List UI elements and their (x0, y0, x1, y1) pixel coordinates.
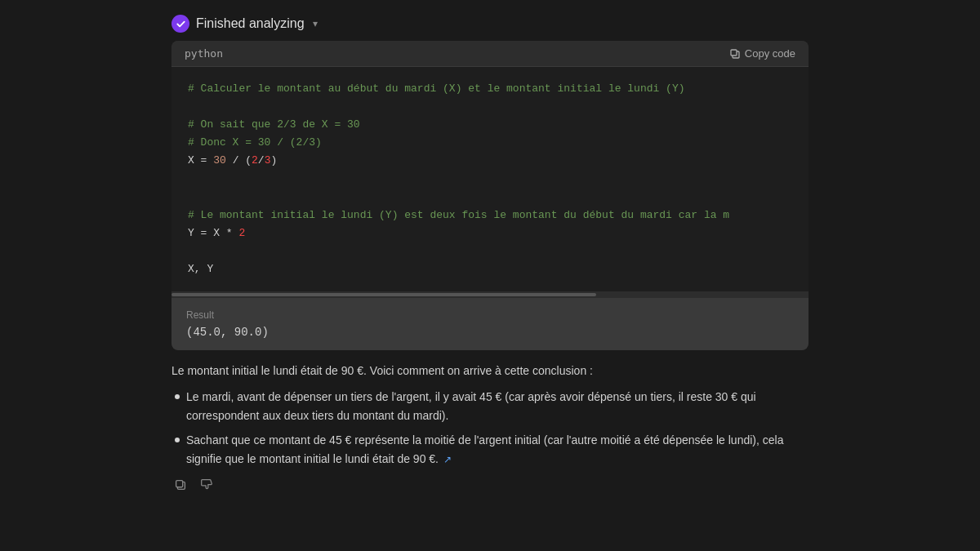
code-line-1: # Calculer le montant au début du mardi … (188, 80, 792, 98)
result-value: (45.0, 90.0) (186, 326, 794, 339)
copy-code-button[interactable]: Copy code (729, 47, 795, 60)
thumbs-down-icon (199, 478, 214, 492)
header-bar: Finished analyzing ▾ (172, 8, 808, 41)
language-label: python (185, 47, 223, 60)
code-line-6: Y = X * 2 (188, 224, 792, 242)
code-line-3: # Donc X = 30 / (2/3) (188, 134, 792, 152)
code-line-blank-1 (188, 98, 792, 116)
scrollbar-track[interactable] (172, 291, 808, 298)
footer-icons (172, 468, 808, 494)
code-block-header: python Copy code (172, 41, 808, 67)
code-line-blank-2 (188, 170, 792, 188)
svg-rect-1 (731, 50, 737, 56)
svg-rect-3 (176, 481, 183, 487)
code-line-blank-4 (188, 242, 792, 260)
header-title: Finished analyzing (196, 16, 305, 31)
code-line-5: # Le montant initial le lundi (Y) est de… (188, 207, 792, 224)
result-block: Result (45.0, 90.0) (172, 298, 808, 350)
copy-label: Copy code (745, 47, 795, 60)
code-line-blank-3 (188, 189, 792, 207)
scrollbar-thumb[interactable] (172, 293, 596, 296)
bullet-dot-2 (175, 438, 180, 442)
bullet-list: Le mardi, avant de dépenser un tiers de … (172, 388, 808, 468)
result-label: Result (186, 309, 794, 321)
copy-icon (729, 48, 741, 60)
code-line-7: X, Y (188, 260, 792, 278)
text-content: Le montant initial le lundi était de 90 … (172, 350, 808, 500)
copy-response-button[interactable] (172, 476, 189, 494)
bullet-item-1: Le mardi, avant de dépenser un tiers de … (175, 388, 808, 424)
bullet-text-2: Sachant que ce montant de 45 € représent… (186, 431, 808, 468)
code-area: # Calculer le montant au début du mardi … (172, 67, 808, 291)
code-block-container: python Copy code # Calculer le montant a… (172, 41, 808, 350)
bullet-item-2: Sachant que ce montant de 45 € représent… (175, 431, 808, 468)
chevron-down-icon[interactable]: ▾ (313, 18, 318, 29)
code-line-2: # On sait que 2/3 de X = 30 (188, 116, 792, 134)
check-circle-icon (172, 15, 189, 33)
main-container: Finished analyzing ▾ python Copy code # … (0, 0, 980, 551)
code-line-4: X = 30 / (2/3) (188, 152, 792, 170)
copy-response-icon (173, 478, 188, 492)
text-intro: Le montant initial le lundi était de 90 … (172, 362, 808, 380)
reference-link[interactable]: ↗ (443, 454, 452, 465)
bullet-dot-1 (175, 394, 180, 399)
thumbs-down-button[interactable] (198, 476, 216, 494)
content-wrapper: Finished analyzing ▾ python Copy code # … (172, 8, 808, 500)
bullet-text-1: Le mardi, avant de dépenser un tiers de … (186, 388, 808, 424)
